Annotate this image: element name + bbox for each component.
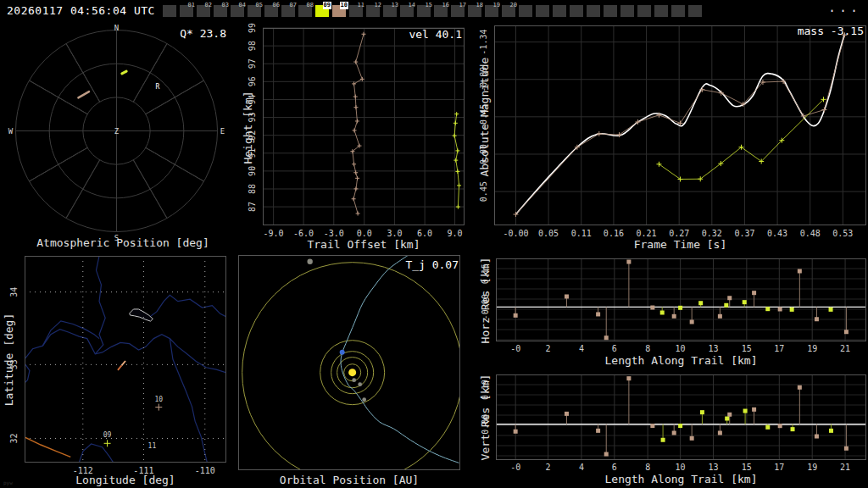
frame-number: 05 — [255, 2, 264, 9]
svg-text:8: 8 — [645, 463, 650, 472]
mass-annotation: mass -3.15 — [798, 25, 864, 37]
light-curve-chart: -0.000.050.110.160.210.270.320.370.430.4… — [494, 25, 866, 225]
ground-track-map: -112-111-110343332100911 — [25, 256, 226, 463]
absolute-magnitude-ylabel: Absolute Magnitude — [478, 75, 491, 177]
svg-text:8: 8 — [645, 344, 650, 353]
svg-text:W: W — [8, 127, 14, 136]
orbital-position-xlabel: Orbital Position [AU] — [238, 474, 460, 486]
frame-thumb-14[interactable]: 14 — [400, 5, 414, 17]
vert-res-ylabel: Vert Res [km] — [479, 367, 492, 469]
svg-text:17: 17 — [774, 463, 784, 472]
atmospheric-position-chart: NSWEZR — [0, 24, 246, 252]
frame-thumb-blank[interactable] — [587, 5, 600, 17]
svg-text:E: E — [220, 127, 225, 136]
frame-thumb-15[interactable]: 15 — [417, 5, 431, 17]
frame-number: 13 — [391, 2, 399, 9]
frame-number: 16 — [442, 2, 450, 9]
svg-text:09: 09 — [103, 431, 112, 439]
trail-offset-chart: -9.0-6.0-3.00.03.06.09.09998979694939291… — [263, 28, 465, 225]
frame-thumb-01[interactable]: 01 — [180, 5, 193, 17]
frame-thumb-blank[interactable] — [604, 5, 617, 17]
svg-text:0.05: 0.05 — [538, 229, 559, 238]
frame-thumb-03[interactable]: 03 — [214, 5, 227, 17]
svg-text:32: 32 — [9, 433, 19, 443]
frame-thumb-13[interactable]: 13 — [383, 5, 397, 17]
svg-text:0.48: 0.48 — [800, 229, 821, 238]
frame-thumb-blank[interactable] — [570, 5, 583, 17]
frame-thumb-09[interactable]: 09 — [315, 5, 329, 17]
svg-text:0.45: 0.45 — [479, 181, 488, 202]
frame-thumb-05[interactable]: 05 — [248, 5, 261, 17]
frame-number: 17 — [459, 2, 467, 9]
velocity-annotation: vel 40.1 — [409, 28, 462, 41]
frame-thumb-17[interactable]: 17 — [451, 5, 465, 17]
horz-length-xlabel: Length Along Trail [km] — [496, 354, 866, 367]
frame-thumb-02[interactable]: 02 — [197, 5, 210, 17]
tracking-console: 20260117 04:56:04 UTC 010203040506070809… — [0, 0, 868, 488]
svg-text:0.43: 0.43 — [767, 229, 787, 238]
frame-thumb-11[interactable]: 11 — [349, 5, 363, 17]
frame-number: 01 — [187, 2, 196, 9]
svg-text:99: 99 — [248, 23, 257, 33]
svg-text:-0.00: -0.00 — [503, 229, 528, 238]
svg-text:19: 19 — [807, 463, 817, 472]
frame-thumb-10[interactable]: 10 — [332, 5, 346, 17]
svg-text:2: 2 — [546, 463, 551, 472]
svg-text:13: 13 — [708, 463, 718, 472]
svg-text:-0: -0 — [510, 344, 520, 353]
height-ylabel: Height [km] — [242, 77, 254, 179]
frame-number: 07 — [289, 2, 298, 9]
frame-thumb-07[interactable]: 07 — [281, 5, 295, 17]
svg-text:15: 15 — [742, 344, 752, 353]
tisserand-annotation: T_j 0.07 — [405, 258, 459, 271]
overflow-menu-button[interactable]: ... — [828, 0, 861, 15]
svg-text:10: 10 — [154, 396, 163, 403]
svg-text:-1.34: -1.34 — [479, 30, 488, 55]
frame-thumb-blank[interactable] — [654, 5, 668, 17]
frame-thumb-06[interactable]: 06 — [264, 5, 278, 17]
frame-number: 11 — [357, 2, 365, 9]
frame-number: 20 — [509, 2, 518, 9]
frame-thumbnail-strip: 0102030405060708091011121314151617181920 — [0, 0, 868, 24]
frame-number: 03 — [221, 2, 230, 9]
frame-number: 15 — [425, 2, 433, 9]
frame-thumb-08[interactable]: 08 — [298, 5, 312, 17]
frame-thumb-blank[interactable] — [688, 5, 702, 17]
frame-number: 12 — [374, 2, 382, 9]
frame-thumb-blank[interactable] — [163, 5, 176, 17]
frame-number: 02 — [204, 2, 213, 9]
svg-text:R: R — [156, 83, 160, 91]
frame-thumb-blank[interactable] — [553, 5, 566, 17]
frame-thumb-04[interactable]: 04 — [231, 5, 244, 17]
frame-thumb-19[interactable]: 19 — [485, 5, 498, 17]
svg-text:9.0: 9.0 — [448, 229, 463, 238]
frame-thumb-blank[interactable] — [519, 5, 532, 17]
svg-text:0.0: 0.0 — [357, 229, 372, 238]
frame-thumb-20[interactable]: 20 — [502, 5, 515, 17]
q-value-annotation: Q* 23.8 — [180, 27, 226, 40]
svg-text:88: 88 — [248, 184, 257, 194]
orbital-position-chart — [238, 255, 460, 470]
svg-text:13: 13 — [708, 344, 718, 353]
atmospheric-position-title: Atmospheric Position [deg] — [0, 236, 246, 249]
frame-thumb-12[interactable]: 12 — [366, 5, 380, 17]
frame-thumb-16[interactable]: 16 — [434, 5, 448, 17]
frame-number: 10 — [340, 2, 348, 9]
svg-text:-9.0: -9.0 — [264, 229, 284, 238]
frame-thumb-blank[interactable] — [637, 5, 651, 17]
svg-text:97: 97 — [248, 58, 257, 69]
frame-thumb-18[interactable]: 18 — [468, 5, 481, 17]
svg-text:34: 34 — [9, 287, 19, 297]
svg-text:6: 6 — [612, 344, 617, 353]
frame-thumb-blank[interactable] — [536, 5, 549, 17]
svg-text:N: N — [114, 24, 119, 32]
svg-text:-0: -0 — [510, 463, 520, 472]
svg-text:21: 21 — [840, 463, 850, 472]
vert-length-xlabel: Length Along Trail [km] — [496, 473, 866, 485]
svg-text:Z: Z — [114, 127, 120, 136]
frame-thumb-blank[interactable] — [620, 5, 634, 17]
svg-text:0.16: 0.16 — [604, 229, 624, 238]
frame-number: 14 — [408, 2, 416, 9]
frame-thumb-blank[interactable] — [671, 5, 685, 17]
svg-text:-6.0: -6.0 — [293, 229, 314, 238]
